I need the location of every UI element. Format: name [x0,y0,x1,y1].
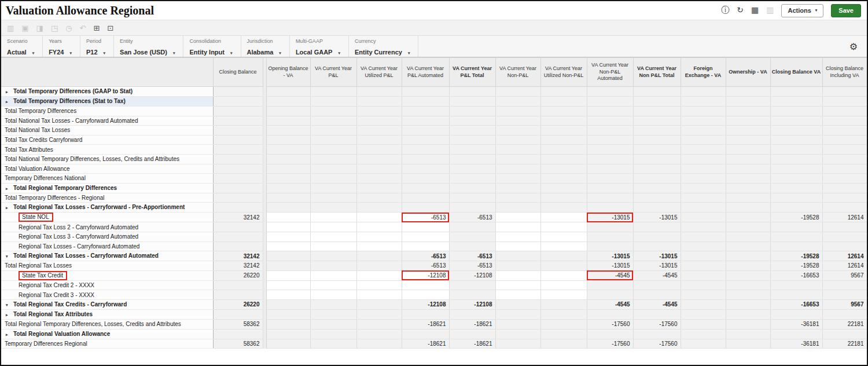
row-label[interactable]: Total Temporary Differences - Regional [1,193,213,203]
column-header-closing[interactable]: Closing Balance [213,58,263,87]
column-header-opening_va[interactable]: Opening Balance - VA [266,58,310,87]
cell-cy_util_pl[interactable] [356,290,402,300]
cell-cy_util_pl[interactable] [356,270,402,280]
expand-icon[interactable]: ▸ [6,330,13,339]
row-label[interactable]: ▾Total Regional Tax Losses - Carryforwar… [1,251,213,261]
pov-item-currency[interactable]: CurrencyEntity Currency▾ [349,36,418,57]
cell-opening_va[interactable] [266,222,310,232]
column-header-cy_nonpl_total[interactable]: VA Current Year Non P&L Total [633,58,681,87]
column-header-cy_pl_total[interactable]: VA Current Year P&L Total [449,58,495,87]
cell-cy_pl_auto[interactable] [402,290,449,300]
cell-cy_util_nonpl[interactable] [540,213,587,222]
row-label[interactable]: Regional Tax Loss 3 - Carryforward Autom… [1,232,213,241]
grid-layout-icon[interactable]: ⊞ [93,24,100,32]
row-label[interactable]: Total Regional Tax Losses [1,261,213,271]
cell-cy_nonpl[interactable] [495,232,540,241]
cell-cy_nonpl[interactable] [495,241,540,251]
cell-cy_pl[interactable] [310,222,356,232]
expand-icon[interactable]: ▸ [6,97,13,106]
row-label[interactable]: ▸Total Regional Tax Losses - Carryforwar… [1,203,213,213]
cell-cy_pl_auto[interactable]: -6513 [402,213,449,222]
row-label[interactable]: Total Regional Temporary Differences, Lo… [1,319,213,329]
save-button[interactable]: Save [831,4,861,17]
expand-icon[interactable]: ▸ [6,310,13,319]
cell-opening_va[interactable] [266,232,310,241]
cell-opening_va[interactable] [266,290,310,300]
cell-opening_va[interactable] [266,270,310,280]
cell-cy_pl[interactable] [310,232,356,241]
open-form-icon[interactable]: ⊡ [107,24,113,32]
row-label[interactable]: Temporary Differences Regional [1,339,213,349]
column-header-own_va[interactable]: Ownership - VA [726,58,770,87]
row-label[interactable]: Total National Tax Losses - Carryforward… [1,116,213,126]
cell-cy_nonpl[interactable] [495,290,540,300]
expand-icon[interactable]: ▸ [6,203,13,212]
cell-cy_util_nonpl[interactable] [540,270,587,280]
row-label[interactable]: Total Temporary Differences [1,107,213,116]
row-label[interactable]: Total Tax Attributes [1,145,213,155]
cell-cy_pl_auto[interactable]: -12108 [402,270,449,280]
row-label[interactable]: Total Tax Credits Carryforward [1,135,213,145]
cell-cy_pl_auto[interactable] [402,280,449,290]
cell-cy_util_pl[interactable] [356,213,402,222]
row-label[interactable]: State NOL [1,213,213,222]
pov-item-consolidation[interactable]: ConsolidationEntity Input▾ [183,36,241,57]
column-header-cy_util_pl[interactable]: VA Current Year Utilized P&L [356,58,402,87]
row-label[interactable]: Regional Tax Credit 3 - XXXX [1,290,213,300]
cell-cy_pl[interactable] [310,290,356,300]
cell-cy_pl[interactable] [310,270,356,280]
collapse-icon[interactable]: ▾ [6,301,13,309]
column-header-cy_pl[interactable]: VA Current Year P&L [310,58,356,87]
cell-cy_pl_auto[interactable] [402,232,449,241]
cell-opening_va[interactable] [266,280,310,290]
column-header-fx_va[interactable]: Foreign Exchange - VA [681,58,726,87]
pov-item-multi-gaap[interactable]: Multi-GAAPLocal GAAP▾ [290,36,349,57]
pov-item-period[interactable]: PeriodP12▾ [80,36,114,57]
column-header-cy_nonpl[interactable]: VA Current Year Non-P&L [495,58,540,87]
row-label[interactable]: Temporary Differences National [1,174,213,184]
cell-cy_util_pl[interactable] [356,241,402,251]
pov-item-years[interactable]: YearsFY24▾ [43,36,80,57]
row-label[interactable]: Total Valuation Allowance [1,164,213,174]
refresh-icon[interactable]: ↻ [737,5,744,16]
cell-opening_va[interactable] [266,241,310,251]
row-label[interactable]: ▸Total Regional Temporary Differences [1,183,213,193]
cell-cy_util_pl[interactable] [356,232,402,241]
cell-opening_va[interactable] [266,213,310,222]
cell-cy_util_nonpl[interactable] [540,241,587,251]
row-label[interactable]: Regional Tax Credit 2 - XXXX [1,280,213,290]
cell-cy_pl[interactable] [310,241,356,251]
expand-icon[interactable]: ▸ [6,184,13,193]
row-label[interactable]: ▸Total Temporary Differences (GAAP to St… [1,87,213,97]
column-header-closing_incl_va[interactable]: Closing Balance Including VA [822,58,867,87]
cell-cy_nonpl[interactable] [495,213,540,222]
cell-cy_util_nonpl[interactable] [540,232,587,241]
cell-cy_nonpl[interactable] [495,280,540,290]
column-header-cy_util_nonpl[interactable]: VA Current Year Utilized Non-P&L [540,58,587,87]
row-label[interactable]: Total National Temporary Differences, Lo… [1,154,213,164]
cell-cy_nonpl[interactable] [495,222,540,232]
info-icon[interactable]: ⓘ [721,5,729,16]
cell-cy_util_pl[interactable] [356,222,402,232]
row-label[interactable]: State Tax Credit [1,270,213,280]
pov-item-jurisdiction[interactable]: JurisdictionAlabama▾ [241,36,290,57]
column-header-cy_pl_auto[interactable]: VA Current Year P&L Automated [402,58,449,87]
collapse-icon[interactable]: ▾ [6,252,13,261]
actions-button[interactable]: Actions ▾ [781,4,823,17]
cell-cy_util_nonpl[interactable] [540,222,587,232]
cell-cy_nonpl[interactable] [495,270,540,280]
row-label[interactable]: ▸Total Temporary Differences (Stat to Ta… [1,97,213,107]
adhoc-grid-icon[interactable]: ▦ [751,5,759,16]
column-header-closing_va[interactable]: Closing Balance VA [770,58,822,87]
cell-cy_util_nonpl[interactable] [540,290,587,300]
settings-gear-icon[interactable]: ⚙ [840,41,867,52]
row-label[interactable]: ▾Total Regional Tax Credits - Carryforwa… [1,299,213,309]
cell-cy_pl_auto[interactable] [402,222,449,232]
cell-cy_util_pl[interactable] [356,280,402,290]
cell-cy_pl[interactable] [310,280,356,290]
column-header-cy_nonpl_auto[interactable]: VA Current Year Non-P&L Automated [587,58,633,87]
pov-item-entity[interactable]: EntitySan Jose (USD)▾ [114,36,183,57]
cell-cy_util_nonpl[interactable] [540,280,587,290]
pov-item-scenario[interactable]: ScenarioActual▾ [1,36,43,57]
row-label[interactable]: Total National Tax Losses [1,126,213,136]
